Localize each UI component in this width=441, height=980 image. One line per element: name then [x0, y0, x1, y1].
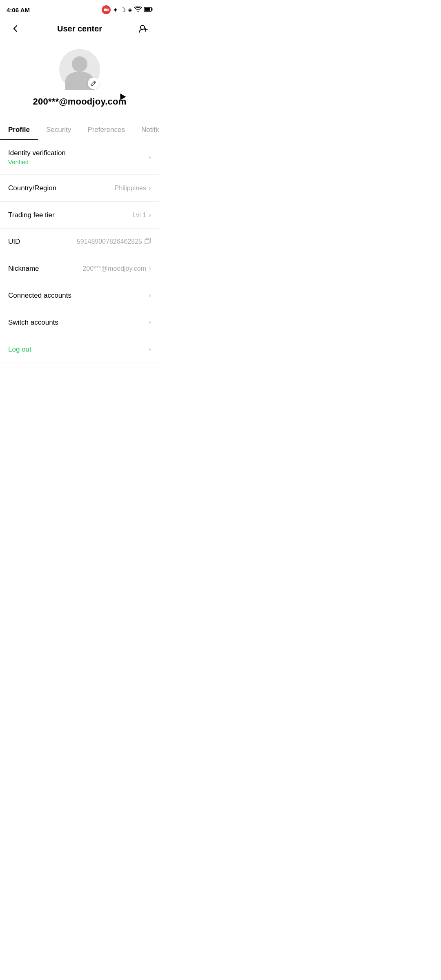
- list-item-trading-fee-tier[interactable]: Trading fee tier Lvl 1 ›: [0, 202, 159, 229]
- signal-icon: ◈: [128, 7, 132, 13]
- tab-security[interactable]: Security: [38, 121, 79, 140]
- list-item-nickname[interactable]: Nickname 200***@moodjoy.com ›: [0, 255, 159, 282]
- log-out-chevron: ›: [149, 345, 151, 354]
- nickname-chevron: ›: [149, 264, 151, 273]
- recording-icon: [102, 5, 111, 14]
- identity-verification-status: Verified: [8, 158, 66, 165]
- identity-verification-chevron: ›: [149, 153, 151, 162]
- country-region-label: Country/Region: [8, 184, 56, 192]
- svg-line-7: [94, 82, 95, 83]
- list-item-switch-accounts[interactable]: Switch accounts ›: [0, 309, 159, 336]
- avatar-wrapper: [59, 49, 100, 90]
- connected-accounts-right: ›: [149, 291, 151, 300]
- status-bar: 4:06 AM ✦ ☽ ◈: [0, 0, 159, 18]
- uid-value: 5914890078264628​25: [77, 238, 142, 245]
- user-manage-button[interactable]: [136, 21, 151, 36]
- list-item-trading-left: Trading fee tier: [8, 211, 55, 219]
- list-item-country-left: Country/Region: [8, 184, 56, 192]
- list-item-identity-verification[interactable]: Identity verification Verified ›: [0, 140, 159, 175]
- uid-copy-button[interactable]: [145, 238, 151, 246]
- list-item-country-region[interactable]: Country/Region Philippines ›: [0, 175, 159, 202]
- profile-list: Identity verification Verified › Country…: [0, 140, 159, 363]
- trading-fee-tier-chevron: ›: [149, 211, 151, 219]
- list-item-log-out[interactable]: Log out ›: [0, 336, 159, 363]
- trading-fee-tier-label: Trading fee tier: [8, 211, 55, 219]
- tab-preferences[interactable]: Preferences: [79, 121, 133, 140]
- switch-accounts-label: Switch accounts: [8, 318, 58, 327]
- svg-rect-2: [145, 8, 150, 11]
- status-icons: ✦ ☽ ◈: [102, 5, 153, 14]
- country-region-chevron: ›: [149, 184, 151, 192]
- tab-profile[interactable]: Profile: [0, 121, 38, 140]
- trading-fee-tier-value: Lvl 1: [132, 212, 146, 219]
- trading-fee-tier-right: Lvl 1 ›: [132, 211, 151, 219]
- tabs: Profile Security Preferences Notificati.…: [0, 121, 159, 140]
- header: User center: [0, 18, 159, 41]
- svg-rect-3: [152, 9, 153, 11]
- user-email: 200***@moodjoy.com: [33, 96, 127, 107]
- list-item-uid[interactable]: UID 5914890078264628​25: [0, 229, 159, 255]
- bluetooth-icon: ✦: [113, 6, 118, 14]
- connected-accounts-chevron: ›: [149, 291, 151, 300]
- identity-verification-right: ›: [149, 153, 151, 162]
- list-item-connected-left: Connected accounts: [8, 292, 71, 300]
- uid-right: 5914890078264628​25: [77, 238, 151, 246]
- list-item-connected-accounts[interactable]: Connected accounts ›: [0, 282, 159, 309]
- moon-icon: ☽: [120, 6, 126, 14]
- back-button[interactable]: [8, 21, 23, 36]
- uid-label: UID: [8, 238, 20, 246]
- svg-point-4: [140, 25, 145, 29]
- battery-icon: [144, 6, 153, 13]
- nickname-label: Nickname: [8, 265, 39, 273]
- identity-verification-label: Identity verification: [8, 149, 66, 157]
- list-item-uid-left: UID: [8, 238, 20, 246]
- country-region-value: Philippines: [115, 185, 146, 192]
- country-region-right: Philippines ›: [115, 184, 151, 192]
- list-item-switch-left: Switch accounts: [8, 318, 58, 327]
- page-title: User center: [57, 24, 102, 33]
- wifi-icon: [134, 7, 142, 13]
- avatar-edit-button[interactable]: [88, 78, 99, 89]
- log-out-label: Log out: [8, 345, 31, 354]
- tab-notifications[interactable]: Notificati...: [133, 121, 159, 140]
- list-item-nickname-left: Nickname: [8, 265, 39, 273]
- nickname-right: 200***@moodjoy.com ›: [82, 264, 151, 273]
- nickname-value: 200***@moodjoy.com: [82, 265, 146, 272]
- switch-accounts-right: ›: [149, 318, 151, 327]
- avatar-section: 200***@moodjoy.com: [0, 41, 159, 114]
- svg-rect-8: [145, 239, 149, 244]
- switch-accounts-chevron: ›: [149, 318, 151, 327]
- list-item-identity-left: Identity verification Verified: [8, 149, 66, 165]
- list-item-logout-left: Log out: [8, 345, 31, 354]
- avatar-head: [72, 56, 87, 72]
- svg-rect-0: [104, 9, 107, 11]
- log-out-right: ›: [149, 345, 151, 354]
- status-time: 4:06 AM: [7, 7, 30, 13]
- connected-accounts-label: Connected accounts: [8, 292, 71, 300]
